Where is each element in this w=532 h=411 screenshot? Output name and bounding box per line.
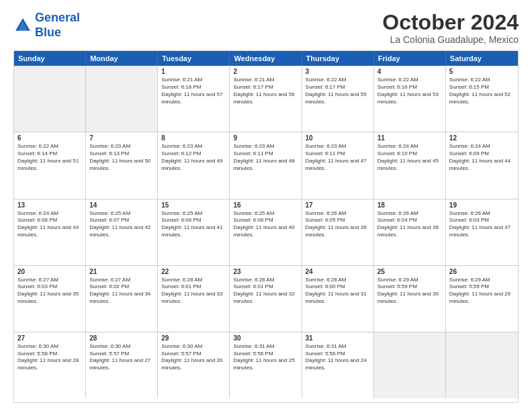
day-details: Sunrise: 6:23 AM Sunset: 6:11 PM Dayligh… — [306, 143, 370, 172]
cal-cell-1-7: 5Sunrise: 6:22 AM Sunset: 6:15 PM Daylig… — [446, 66, 518, 132]
day-details: Sunrise: 6:28 AM Sunset: 6:01 PM Dayligh… — [233, 277, 298, 306]
header-day-tuesday: Tuesday — [158, 51, 230, 66]
cal-cell-5-7 — [446, 332, 518, 398]
day-details: Sunrise: 6:24 AM Sunset: 6:08 PM Dayligh… — [17, 210, 82, 239]
cal-cell-5-3: 29Sunrise: 6:30 AM Sunset: 5:57 PM Dayli… — [158, 332, 230, 398]
day-details: Sunrise: 6:22 AM Sunset: 6:17 PM Dayligh… — [306, 77, 370, 105]
day-number: 20 — [17, 268, 82, 275]
day-number: 11 — [378, 134, 442, 142]
cal-cell-2-6: 11Sunrise: 6:24 AM Sunset: 6:10 PM Dayli… — [374, 132, 446, 198]
day-details: Sunrise: 6:22 AM Sunset: 6:14 PM Dayligh… — [17, 143, 82, 172]
cal-cell-4-6: 25Sunrise: 6:29 AM Sunset: 5:59 PM Dayli… — [374, 266, 446, 332]
logo-line2: Blue — [35, 26, 61, 39]
day-number: 24 — [306, 268, 370, 275]
day-details: Sunrise: 6:24 AM Sunset: 6:10 PM Dayligh… — [378, 143, 442, 172]
day-number: 29 — [161, 334, 226, 342]
day-number: 12 — [449, 134, 515, 142]
title-area: October 2024 La Colonia Guadalupe, Mexic… — [382, 11, 519, 45]
day-number: 1 — [161, 68, 226, 75]
cal-cell-1-1 — [14, 66, 86, 132]
day-number: 2 — [233, 68, 298, 75]
day-details: Sunrise: 6:21 AM Sunset: 6:17 PM Dayligh… — [233, 77, 298, 105]
day-details: Sunrise: 6:28 AM Sunset: 6:00 PM Dayligh… — [306, 277, 370, 306]
day-details: Sunrise: 6:28 AM Sunset: 6:01 PM Dayligh… — [161, 277, 226, 306]
header-day-wednesday: Wednesday — [230, 51, 302, 66]
day-number: 9 — [233, 134, 298, 142]
day-details: Sunrise: 6:29 AM Sunset: 5:59 PM Dayligh… — [449, 277, 515, 306]
day-number: 6 — [17, 134, 82, 142]
month-title: October 2024 — [382, 11, 519, 34]
day-number: 31 — [306, 334, 370, 342]
cal-cell-4-7: 26Sunrise: 6:29 AM Sunset: 5:59 PM Dayli… — [446, 266, 518, 332]
cal-cell-5-4: 30Sunrise: 6:31 AM Sunset: 5:56 PM Dayli… — [230, 332, 302, 398]
cal-cell-5-6 — [374, 332, 446, 398]
cal-cell-3-1: 13Sunrise: 6:24 AM Sunset: 6:08 PM Dayli… — [14, 199, 86, 265]
day-number: 16 — [233, 201, 298, 209]
day-details: Sunrise: 6:26 AM Sunset: 6:03 PM Dayligh… — [449, 210, 515, 239]
day-details: Sunrise: 6:30 AM Sunset: 5:57 PM Dayligh… — [161, 343, 226, 372]
day-number: 8 — [161, 134, 226, 142]
header: General Blue October 2024 La Colonia Gua… — [13, 11, 519, 45]
calendar-body: 1Sunrise: 6:21 AM Sunset: 6:18 PM Daylig… — [14, 66, 518, 398]
day-number: 25 — [378, 268, 442, 275]
cal-cell-1-3: 1Sunrise: 6:21 AM Sunset: 6:18 PM Daylig… — [158, 66, 230, 132]
header-day-thursday: Thursday — [302, 51, 374, 66]
day-number: 3 — [306, 68, 370, 75]
cal-cell-1-2 — [86, 66, 158, 132]
logo-icon — [13, 16, 32, 35]
day-number: 14 — [89, 201, 154, 209]
header-day-friday: Friday — [374, 51, 446, 66]
cal-cell-4-1: 20Sunrise: 6:27 AM Sunset: 6:03 PM Dayli… — [14, 266, 86, 332]
cal-cell-2-4: 9Sunrise: 6:23 AM Sunset: 6:11 PM Daylig… — [230, 132, 302, 198]
cal-cell-3-3: 15Sunrise: 6:25 AM Sunset: 6:06 PM Dayli… — [158, 199, 230, 265]
header-day-saturday: Saturday — [446, 51, 518, 66]
cal-cell-4-5: 24Sunrise: 6:28 AM Sunset: 6:00 PM Dayli… — [302, 266, 374, 332]
day-details: Sunrise: 6:25 AM Sunset: 6:06 PM Dayligh… — [233, 210, 298, 239]
day-details: Sunrise: 6:27 AM Sunset: 6:02 PM Dayligh… — [89, 277, 154, 306]
day-number: 28 — [89, 334, 154, 342]
cal-cell-4-2: 21Sunrise: 6:27 AM Sunset: 6:02 PM Dayli… — [86, 266, 158, 332]
subtitle: La Colonia Guadalupe, Mexico — [382, 34, 519, 45]
day-number: 18 — [378, 201, 442, 209]
header-day-sunday: Sunday — [14, 51, 86, 66]
day-number: 10 — [306, 134, 370, 142]
day-details: Sunrise: 6:23 AM Sunset: 6:12 PM Dayligh… — [161, 143, 226, 172]
day-number: 4 — [378, 68, 442, 75]
cal-cell-1-5: 3Sunrise: 6:22 AM Sunset: 6:17 PM Daylig… — [302, 66, 374, 132]
day-details: Sunrise: 6:24 AM Sunset: 6:09 PM Dayligh… — [449, 143, 515, 172]
cal-cell-5-1: 27Sunrise: 6:30 AM Sunset: 5:58 PM Dayli… — [14, 332, 86, 398]
week-row-4: 20Sunrise: 6:27 AM Sunset: 6:03 PM Dayli… — [14, 266, 518, 332]
day-details: Sunrise: 6:23 AM Sunset: 6:13 PM Dayligh… — [89, 143, 154, 172]
logo: General Blue — [13, 11, 80, 40]
day-details: Sunrise: 6:29 AM Sunset: 5:59 PM Dayligh… — [378, 277, 442, 306]
day-details: Sunrise: 6:23 AM Sunset: 6:11 PM Dayligh… — [233, 143, 298, 172]
day-number: 23 — [233, 268, 298, 275]
week-row-3: 13Sunrise: 6:24 AM Sunset: 6:08 PM Dayli… — [14, 199, 518, 266]
logo-line1: General — [35, 11, 80, 24]
cal-cell-3-7: 19Sunrise: 6:26 AM Sunset: 6:03 PM Dayli… — [446, 199, 518, 265]
cal-cell-2-7: 12Sunrise: 6:24 AM Sunset: 6:09 PM Dayli… — [446, 132, 518, 198]
cal-cell-4-4: 23Sunrise: 6:28 AM Sunset: 6:01 PM Dayli… — [230, 266, 302, 332]
cal-cell-5-5: 31Sunrise: 6:31 AM Sunset: 5:56 PM Dayli… — [302, 332, 374, 398]
header-day-monday: Monday — [86, 51, 158, 66]
calendar-header: SundayMondayTuesdayWednesdayThursdayFrid… — [14, 51, 518, 66]
day-details: Sunrise: 6:26 AM Sunset: 6:04 PM Dayligh… — [378, 210, 442, 239]
day-details: Sunrise: 6:22 AM Sunset: 6:16 PM Dayligh… — [378, 77, 442, 105]
day-details: Sunrise: 6:27 AM Sunset: 6:03 PM Dayligh… — [17, 277, 82, 306]
day-details: Sunrise: 6:26 AM Sunset: 6:05 PM Dayligh… — [306, 210, 370, 239]
day-details: Sunrise: 6:22 AM Sunset: 6:15 PM Dayligh… — [449, 77, 515, 105]
cal-cell-1-6: 4Sunrise: 6:22 AM Sunset: 6:16 PM Daylig… — [374, 66, 446, 132]
cal-cell-3-6: 18Sunrise: 6:26 AM Sunset: 6:04 PM Dayli… — [374, 199, 446, 265]
week-row-1: 1Sunrise: 6:21 AM Sunset: 6:18 PM Daylig… — [14, 66, 518, 132]
day-number: 19 — [449, 201, 515, 209]
day-details: Sunrise: 6:25 AM Sunset: 6:07 PM Dayligh… — [89, 210, 154, 239]
calendar: SundayMondayTuesdayWednesdayThursdayFrid… — [13, 50, 519, 403]
cal-cell-2-1: 6Sunrise: 6:22 AM Sunset: 6:14 PM Daylig… — [14, 132, 86, 198]
day-details: Sunrise: 6:21 AM Sunset: 6:18 PM Dayligh… — [161, 77, 226, 105]
day-number: 22 — [161, 268, 226, 275]
cal-cell-5-2: 28Sunrise: 6:30 AM Sunset: 5:57 PM Dayli… — [86, 332, 158, 398]
cal-cell-2-2: 7Sunrise: 6:23 AM Sunset: 6:13 PM Daylig… — [86, 132, 158, 198]
cal-cell-3-4: 16Sunrise: 6:25 AM Sunset: 6:06 PM Dayli… — [230, 199, 302, 265]
cal-cell-3-2: 14Sunrise: 6:25 AM Sunset: 6:07 PM Dayli… — [86, 199, 158, 265]
day-number: 5 — [449, 68, 515, 75]
